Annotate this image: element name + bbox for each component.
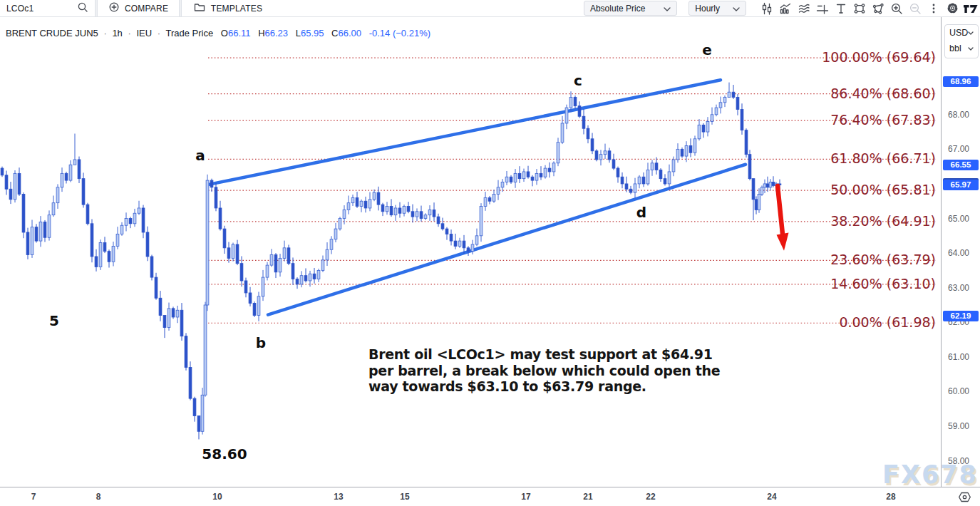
candle-body — [201, 395, 204, 431]
candle-body — [1, 168, 4, 175]
candle-body — [390, 207, 393, 215]
candle-body — [108, 252, 110, 262]
symbol-search-value: LCOc1 — [6, 4, 33, 14]
candle-body — [599, 155, 602, 160]
candle-body — [557, 143, 559, 163]
candle-body — [176, 310, 179, 317]
candle-body — [368, 200, 371, 208]
candle-body — [244, 281, 247, 293]
candle-body — [531, 177, 534, 180]
symbol-title[interactable]: BRENT CRUDE JUN5 — [6, 28, 98, 38]
candle-body — [236, 244, 239, 264]
candle-body — [9, 189, 12, 200]
candle-body — [317, 270, 320, 279]
price-tick: 61.00 — [948, 352, 969, 362]
compare-button[interactable]: COMPARE — [98, 0, 179, 16]
price-tick: 65.00 — [948, 214, 969, 224]
candle-body — [253, 304, 256, 316]
price-tick: 60.00 — [948, 386, 969, 396]
candle-body — [223, 229, 226, 248]
more-options-icon[interactable] — [924, 0, 943, 16]
candle-body — [411, 212, 414, 217]
price-mode-select[interactable]: Absolute Price — [584, 1, 677, 16]
candle-body — [78, 160, 81, 179]
candle-body — [454, 241, 457, 246]
candle-body — [587, 128, 589, 139]
settings-gear-icon[interactable] — [943, 0, 961, 16]
zoom-out-icon[interactable] — [906, 0, 924, 16]
chevron-down-icon — [664, 4, 671, 14]
interval-select[interactable]: Hourly — [688, 1, 746, 16]
candle-body — [292, 264, 294, 279]
candle-body — [193, 398, 196, 415]
candle-body — [403, 207, 406, 214]
tradingview-window: 100.00% (69.64)86.40% (68.60)76.40% (67.… — [0, 0, 980, 506]
candle-body — [326, 249, 329, 260]
candle-body — [150, 257, 153, 277]
candle-body — [681, 149, 684, 156]
candle-body — [736, 98, 739, 110]
symbol-search-box[interactable]: LCOc1 — [0, 0, 95, 16]
candle-body — [159, 298, 162, 315]
time-axis[interactable]: 781013151721222428 — [0, 487, 980, 506]
candlestick-style-icon[interactable] — [758, 0, 776, 16]
candle-body — [394, 208, 397, 215]
candle-body — [287, 248, 290, 264]
candle-body — [103, 243, 106, 252]
candle-body — [651, 163, 654, 170]
time-tick: 22 — [646, 492, 655, 502]
tradingview-logo[interactable] — [961, 0, 980, 16]
candle-body — [133, 213, 136, 224]
text-tool-icon[interactable] — [832, 0, 850, 16]
candle-body — [172, 309, 175, 317]
interval-value: Hourly — [695, 4, 720, 14]
candle-body — [565, 108, 568, 123]
candle-body — [274, 255, 277, 272]
indicators-icon[interactable] — [776, 0, 795, 16]
unit-select[interactable]: bbl — [945, 41, 978, 56]
candle-body — [535, 173, 538, 180]
candle-body — [769, 182, 772, 187]
wave-patterns-icon[interactable] — [795, 0, 813, 16]
candle-body — [26, 232, 29, 255]
currency-select[interactable]: USD — [945, 25, 978, 41]
candle-body — [138, 208, 140, 213]
time-tick: 8 — [96, 492, 101, 502]
legend-interval[interactable]: 1h — [112, 28, 122, 38]
candle-body — [450, 234, 453, 241]
templates-button[interactable]: TEMPLATES — [182, 0, 274, 16]
candle-body — [518, 173, 521, 178]
shape-rectangle-icon[interactable] — [850, 0, 869, 16]
price-axis[interactable]: USD bbl 68.0067.0065.0064.0063.0062.0061… — [941, 16, 980, 506]
unit-selector-box: USD bbl — [944, 24, 979, 58]
candle-body — [360, 201, 363, 206]
search-icon — [77, 1, 88, 15]
candle-body — [510, 177, 512, 182]
candle-body — [364, 201, 367, 208]
candle-body — [35, 227, 38, 241]
candle-body — [732, 92, 735, 97]
folder-icon — [194, 2, 205, 14]
candle-body — [14, 173, 16, 199]
candle-body — [321, 260, 324, 271]
candle-body — [548, 168, 551, 172]
candle-body — [471, 244, 474, 252]
chart-legend[interactable]: BRENT CRUDE JUN5 · 1h · IEU · Trade Pric… — [6, 28, 430, 38]
candle-body — [463, 241, 465, 248]
candle-body — [561, 123, 564, 143]
candle-body — [766, 184, 769, 187]
legend-exchange: IEU — [136, 28, 152, 38]
zoom-in-icon[interactable] — [887, 0, 906, 16]
timezone-hexagon-icon[interactable] — [958, 490, 971, 506]
time-tick: 13 — [334, 492, 343, 502]
line-tools-icon[interactable] — [813, 0, 832, 16]
candle-body — [339, 219, 341, 229]
plus-circle-icon — [108, 1, 120, 15]
polygon-tool-icon[interactable] — [869, 0, 887, 16]
candle-body — [634, 184, 636, 192]
candle-body — [501, 182, 504, 187]
candle-body — [120, 225, 123, 234]
price-badge: 68.96 — [943, 76, 979, 87]
candle-body — [625, 184, 628, 189]
candle-body — [604, 151, 607, 155]
